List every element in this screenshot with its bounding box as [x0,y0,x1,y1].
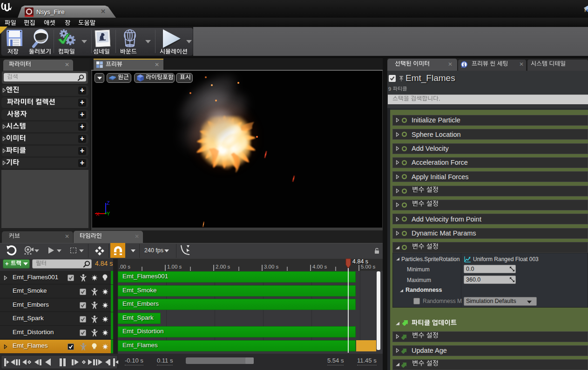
svg-text:Z: Z [107,200,110,206]
svg-text:X: X [96,211,100,217]
svg-text:Y: Y [107,211,110,216]
